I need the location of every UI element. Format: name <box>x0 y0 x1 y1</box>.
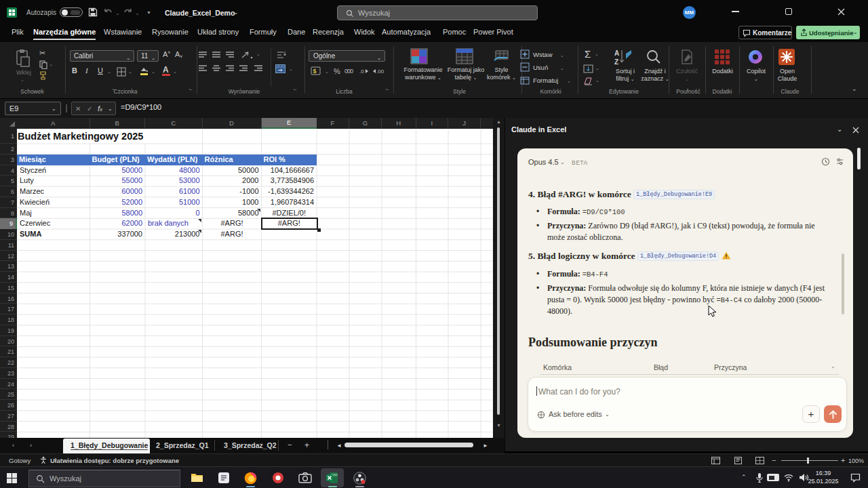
svg-text:A: A <box>614 49 619 57</box>
svg-text:Z: Z <box>614 58 618 66</box>
svg-text:.0: .0 <box>359 68 364 75</box>
svg-text:.00: .00 <box>376 68 384 75</box>
svg-text:$: $ <box>313 68 317 75</box>
